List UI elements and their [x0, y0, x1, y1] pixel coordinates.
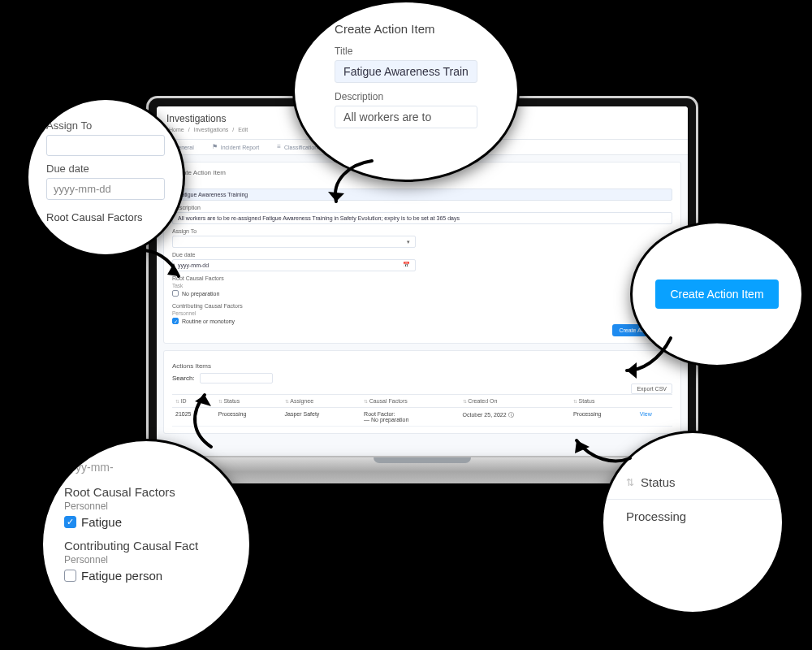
sort-icon: ⇅: [626, 477, 634, 488]
callout-desc-label: Description: [335, 91, 477, 102]
view-link[interactable]: View: [640, 411, 652, 417]
search-label: Search:: [172, 375, 195, 382]
callout-root-header: Root Causal Factors: [46, 211, 165, 223]
flag-icon: ⚑: [212, 144, 218, 150]
checkbox-icon: [172, 290, 179, 297]
col-created-on[interactable]: Created On: [460, 395, 570, 408]
contrib-causal-header: Contributing Causal Factors: [172, 303, 416, 309]
list-title: Actions Items: [172, 362, 672, 370]
callout-contrib-checkbox[interactable]: Fatigue person: [64, 569, 228, 583]
action-items-table: ID Status Assignee Causal Factors Create…: [172, 394, 672, 427]
callout-assign-input[interactable]: [46, 135, 165, 156]
callout-status-zoom: ⇅ Status Processing: [601, 431, 784, 614]
table-row: 21025 Processing Jasper Safety Root Fact…: [172, 408, 672, 427]
root-causal-header: Root Causal Factors: [172, 275, 416, 281]
checkbox-checked-icon: ✓: [172, 318, 179, 324]
tab-incident-report[interactable]: ⚑Incident Report: [212, 144, 259, 150]
callout-title-label: Title: [335, 46, 477, 57]
col-actions: [637, 395, 672, 408]
description-field[interactable]: All workers are to be re-assigned Fatigu…: [172, 212, 672, 224]
checkbox-checked-icon: ✓: [64, 516, 76, 528]
callout-fatigue-checkbox[interactable]: ✓ Fatigue: [64, 515, 228, 529]
callout-assign-zoom: Assign To Due date yyyy-mm-dd Root Causa…: [26, 98, 185, 257]
callout-status-header[interactable]: ⇅ Status: [603, 466, 782, 499]
col-assignee[interactable]: Assignee: [282, 395, 361, 408]
checkbox-icon: [64, 570, 76, 582]
callout-due-label: Due date: [46, 162, 165, 175]
export-csv-button[interactable]: Export CSV: [631, 384, 672, 394]
due-date-label: Due date: [172, 252, 416, 258]
col-id[interactable]: ID: [172, 395, 215, 408]
callout-assign-label: Assign To: [46, 119, 165, 132]
create-action-item-panel: Create Action Item Title Fatigue Awarene…: [163, 162, 681, 344]
col-causal-factors[interactable]: Causal Factors: [361, 395, 459, 408]
col-status[interactable]: Status: [215, 395, 282, 408]
title-label: Title: [172, 181, 672, 187]
callout-root-sub: Personnel: [64, 500, 228, 512]
table-header-row: ID Status Assignee Causal Factors Create…: [172, 395, 672, 408]
col-status2[interactable]: Status: [570, 395, 637, 408]
root-causal-sublabel: Task: [172, 283, 416, 288]
assign-to-select[interactable]: [172, 236, 416, 248]
callout-desc-field[interactable]: All workers are to: [335, 106, 477, 128]
contrib-causal-sublabel: Personnel: [172, 310, 416, 316]
callout-panel-title: Create Action Item: [335, 22, 477, 36]
callout-title-zoom: Create Action Item Title Fatigue Awarene…: [292, 0, 520, 182]
callout-button-zoom: Create Action Item: [630, 221, 804, 367]
root-factor-checkbox[interactable]: No preparation: [172, 290, 416, 297]
callout-factors-zoom: yyyy-mm- Root Causal Factors Personnel ✓…: [41, 439, 252, 650]
action-items-list-panel: Actions Items Search: Export CSV ID Stat…: [163, 350, 681, 434]
list-icon: ≡: [277, 144, 281, 150]
tab-classification[interactable]: ≡Classification: [277, 144, 317, 150]
callout-root-header2: Root Causal Factors: [64, 485, 228, 499]
due-date-input[interactable]: yyyy-mm-dd: [172, 259, 416, 271]
callout-status-value: Processing: [603, 499, 782, 533]
description-label: Description: [172, 205, 672, 210]
callout-due-input[interactable]: yyyy-mm-dd: [46, 178, 165, 200]
callout-create-button[interactable]: Create Action Item: [655, 280, 778, 309]
callout-date-trail: yyyy-mm-: [64, 461, 228, 474]
title-field[interactable]: Fatigue Awareness Training: [172, 188, 672, 201]
callout-title-field[interactable]: Fatigue Awareness Train: [335, 60, 477, 83]
callout-contrib-sub: Personnel: [64, 554, 228, 566]
search-input[interactable]: [200, 373, 273, 384]
assign-to-label: Assign To: [172, 228, 416, 234]
contrib-factor-checkbox[interactable]: ✓ Routine or monotony: [172, 318, 416, 324]
callout-contrib-header: Contributing Causal Fact: [64, 539, 228, 552]
